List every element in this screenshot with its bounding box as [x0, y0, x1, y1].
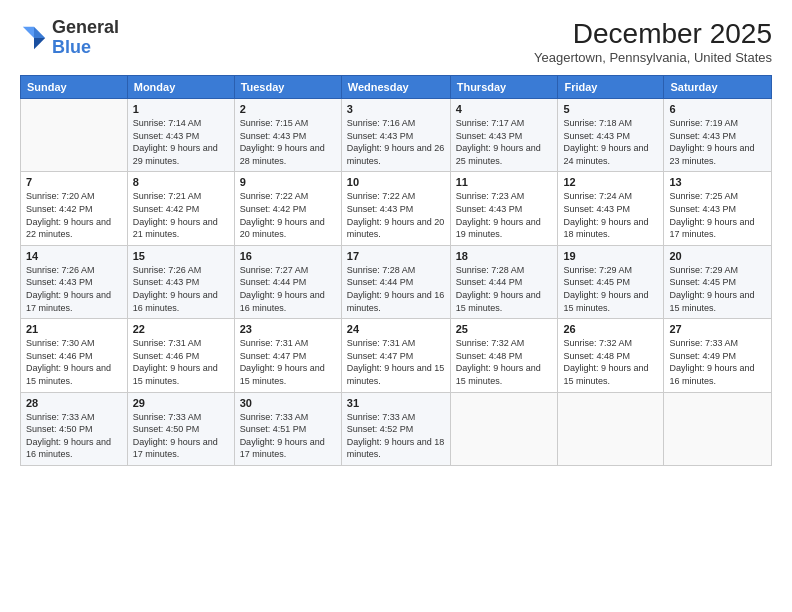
day-number: 3 [347, 103, 445, 115]
day-number: 27 [669, 323, 766, 335]
day-number: 20 [669, 250, 766, 262]
day-info: Sunrise: 7:14 AMSunset: 4:43 PMDaylight:… [133, 117, 229, 167]
logo: General Blue [20, 18, 119, 58]
calendar-cell: 1Sunrise: 7:14 AMSunset: 4:43 PMDaylight… [127, 99, 234, 172]
day-info: Sunrise: 7:32 AMSunset: 4:48 PMDaylight:… [563, 337, 658, 387]
calendar-cell: 31Sunrise: 7:33 AMSunset: 4:52 PMDayligh… [341, 392, 450, 465]
day-info: Sunrise: 7:30 AMSunset: 4:46 PMDaylight:… [26, 337, 122, 387]
calendar-cell: 30Sunrise: 7:33 AMSunset: 4:51 PMDayligh… [234, 392, 341, 465]
day-info: Sunrise: 7:33 AMSunset: 4:49 PMDaylight:… [669, 337, 766, 387]
day-info: Sunrise: 7:24 AMSunset: 4:43 PMDaylight:… [563, 190, 658, 240]
calendar-cell: 21Sunrise: 7:30 AMSunset: 4:46 PMDayligh… [21, 319, 128, 392]
calendar-table: SundayMondayTuesdayWednesdayThursdayFrid… [20, 75, 772, 466]
calendar-cell: 17Sunrise: 7:28 AMSunset: 4:44 PMDayligh… [341, 245, 450, 318]
day-number: 15 [133, 250, 229, 262]
svg-marker-1 [34, 38, 45, 49]
logo-icon [20, 24, 48, 52]
day-info: Sunrise: 7:18 AMSunset: 4:43 PMDaylight:… [563, 117, 658, 167]
calendar-cell: 3Sunrise: 7:16 AMSunset: 4:43 PMDaylight… [341, 99, 450, 172]
day-info: Sunrise: 7:31 AMSunset: 4:47 PMDaylight:… [240, 337, 336, 387]
weekday-header: Tuesday [234, 76, 341, 99]
day-info: Sunrise: 7:33 AMSunset: 4:51 PMDaylight:… [240, 411, 336, 461]
day-info: Sunrise: 7:26 AMSunset: 4:43 PMDaylight:… [26, 264, 122, 314]
day-number: 11 [456, 176, 553, 188]
day-info: Sunrise: 7:33 AMSunset: 4:50 PMDaylight:… [133, 411, 229, 461]
day-number: 14 [26, 250, 122, 262]
day-info: Sunrise: 7:31 AMSunset: 4:47 PMDaylight:… [347, 337, 445, 387]
calendar-cell: 25Sunrise: 7:32 AMSunset: 4:48 PMDayligh… [450, 319, 558, 392]
day-number: 5 [563, 103, 658, 115]
calendar-cell: 14Sunrise: 7:26 AMSunset: 4:43 PMDayligh… [21, 245, 128, 318]
day-number: 25 [456, 323, 553, 335]
day-info: Sunrise: 7:19 AMSunset: 4:43 PMDaylight:… [669, 117, 766, 167]
day-number: 23 [240, 323, 336, 335]
calendar-cell [21, 99, 128, 172]
calendar-cell: 23Sunrise: 7:31 AMSunset: 4:47 PMDayligh… [234, 319, 341, 392]
day-info: Sunrise: 7:15 AMSunset: 4:43 PMDaylight:… [240, 117, 336, 167]
day-number: 8 [133, 176, 229, 188]
day-info: Sunrise: 7:31 AMSunset: 4:46 PMDaylight:… [133, 337, 229, 387]
month-year: December 2025 [534, 18, 772, 50]
calendar-cell: 27Sunrise: 7:33 AMSunset: 4:49 PMDayligh… [664, 319, 772, 392]
day-info: Sunrise: 7:33 AMSunset: 4:50 PMDaylight:… [26, 411, 122, 461]
weekday-header: Friday [558, 76, 664, 99]
day-number: 24 [347, 323, 445, 335]
day-number: 18 [456, 250, 553, 262]
day-number: 21 [26, 323, 122, 335]
calendar-cell: 28Sunrise: 7:33 AMSunset: 4:50 PMDayligh… [21, 392, 128, 465]
day-number: 9 [240, 176, 336, 188]
calendar-cell: 8Sunrise: 7:21 AMSunset: 4:42 PMDaylight… [127, 172, 234, 245]
day-number: 4 [456, 103, 553, 115]
calendar-cell: 10Sunrise: 7:22 AMSunset: 4:43 PMDayligh… [341, 172, 450, 245]
weekday-header: Saturday [664, 76, 772, 99]
calendar-cell: 5Sunrise: 7:18 AMSunset: 4:43 PMDaylight… [558, 99, 664, 172]
day-info: Sunrise: 7:21 AMSunset: 4:42 PMDaylight:… [133, 190, 229, 240]
day-number: 1 [133, 103, 229, 115]
day-number: 28 [26, 397, 122, 409]
calendar-cell [664, 392, 772, 465]
calendar-cell: 22Sunrise: 7:31 AMSunset: 4:46 PMDayligh… [127, 319, 234, 392]
day-number: 29 [133, 397, 229, 409]
calendar-cell: 4Sunrise: 7:17 AMSunset: 4:43 PMDaylight… [450, 99, 558, 172]
calendar-cell: 19Sunrise: 7:29 AMSunset: 4:45 PMDayligh… [558, 245, 664, 318]
location: Yeagertown, Pennsylvania, United States [534, 50, 772, 65]
weekday-header: Thursday [450, 76, 558, 99]
day-info: Sunrise: 7:26 AMSunset: 4:43 PMDaylight:… [133, 264, 229, 314]
day-number: 13 [669, 176, 766, 188]
calendar-cell: 6Sunrise: 7:19 AMSunset: 4:43 PMDaylight… [664, 99, 772, 172]
calendar-cell: 7Sunrise: 7:20 AMSunset: 4:42 PMDaylight… [21, 172, 128, 245]
day-info: Sunrise: 7:27 AMSunset: 4:44 PMDaylight:… [240, 264, 336, 314]
day-info: Sunrise: 7:22 AMSunset: 4:43 PMDaylight:… [347, 190, 445, 240]
calendar-cell: 2Sunrise: 7:15 AMSunset: 4:43 PMDaylight… [234, 99, 341, 172]
calendar-cell: 24Sunrise: 7:31 AMSunset: 4:47 PMDayligh… [341, 319, 450, 392]
calendar-cell: 20Sunrise: 7:29 AMSunset: 4:45 PMDayligh… [664, 245, 772, 318]
day-number: 16 [240, 250, 336, 262]
day-info: Sunrise: 7:33 AMSunset: 4:52 PMDaylight:… [347, 411, 445, 461]
day-number: 12 [563, 176, 658, 188]
day-info: Sunrise: 7:32 AMSunset: 4:48 PMDaylight:… [456, 337, 553, 387]
calendar-cell: 16Sunrise: 7:27 AMSunset: 4:44 PMDayligh… [234, 245, 341, 318]
weekday-header: Wednesday [341, 76, 450, 99]
day-info: Sunrise: 7:28 AMSunset: 4:44 PMDaylight:… [347, 264, 445, 314]
calendar-cell: 18Sunrise: 7:28 AMSunset: 4:44 PMDayligh… [450, 245, 558, 318]
svg-marker-2 [23, 27, 34, 38]
calendar-cell: 26Sunrise: 7:32 AMSunset: 4:48 PMDayligh… [558, 319, 664, 392]
weekday-header: Sunday [21, 76, 128, 99]
day-info: Sunrise: 7:22 AMSunset: 4:42 PMDaylight:… [240, 190, 336, 240]
day-number: 22 [133, 323, 229, 335]
calendar-cell: 9Sunrise: 7:22 AMSunset: 4:42 PMDaylight… [234, 172, 341, 245]
calendar-cell: 15Sunrise: 7:26 AMSunset: 4:43 PMDayligh… [127, 245, 234, 318]
day-number: 7 [26, 176, 122, 188]
day-number: 2 [240, 103, 336, 115]
weekday-header: Monday [127, 76, 234, 99]
calendar-cell: 29Sunrise: 7:33 AMSunset: 4:50 PMDayligh… [127, 392, 234, 465]
calendar-cell: 12Sunrise: 7:24 AMSunset: 4:43 PMDayligh… [558, 172, 664, 245]
day-info: Sunrise: 7:23 AMSunset: 4:43 PMDaylight:… [456, 190, 553, 240]
day-number: 26 [563, 323, 658, 335]
calendar-cell [450, 392, 558, 465]
page-header: General Blue December 2025 Yeagertown, P… [20, 18, 772, 65]
svg-marker-0 [34, 27, 45, 38]
day-number: 31 [347, 397, 445, 409]
calendar-cell: 11Sunrise: 7:23 AMSunset: 4:43 PMDayligh… [450, 172, 558, 245]
day-info: Sunrise: 7:16 AMSunset: 4:43 PMDaylight:… [347, 117, 445, 167]
